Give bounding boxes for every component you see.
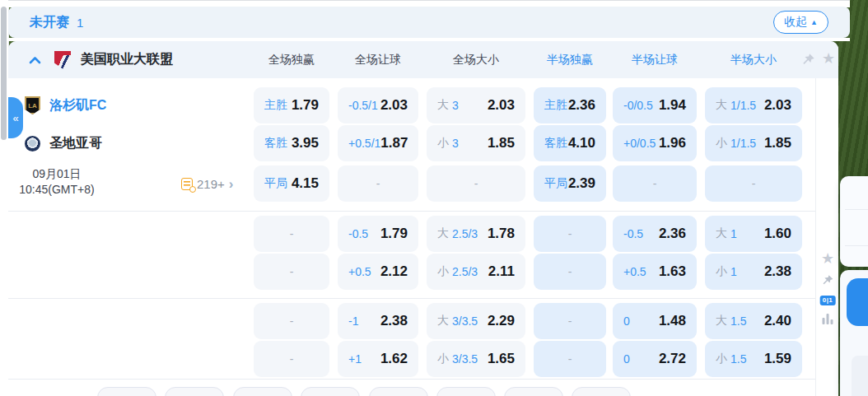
line-value: 平局 (544, 176, 567, 191)
card-divider (845, 209, 868, 210)
card-divider (845, 245, 868, 246)
market-tab-pill[interactable] (436, 387, 496, 396)
line-value: +0.5 (348, 265, 371, 278)
odds-value: 2.03 (380, 97, 408, 114)
odds-cell[interactable]: -0.52.36 (613, 216, 697, 252)
pin-icon[interactable] (822, 274, 834, 287)
odds-cell[interactable]: 01.48 (613, 303, 697, 339)
odds-cell[interactable]: 主胜1.79 (254, 87, 329, 123)
odds-cell[interactable]: +0.51.63 (613, 254, 697, 290)
odds-value: 2.36 (568, 97, 595, 114)
over-under-prefix: 小 (437, 136, 449, 151)
odds-line-label: 小2.5/3 (437, 264, 478, 279)
odds-value: 1.63 (659, 263, 686, 280)
away-team-name[interactable]: 圣地亚哥 (49, 135, 102, 152)
odds-line-label: +0.5/1 (348, 137, 380, 150)
odds-value: 1.62 (380, 351, 408, 367)
odds-cell[interactable]: -0.5/12.03 (338, 87, 418, 123)
stats-icon[interactable] (823, 314, 833, 324)
league-name: 美国职业大联盟 (81, 51, 173, 68)
market-tab-pill[interactable] (233, 387, 292, 396)
odds-value: 2.39 (568, 175, 595, 192)
empty-odds: - (568, 227, 572, 240)
odds-cell[interactable]: 大1/1.52.03 (705, 87, 802, 123)
odds-cell[interactable]: 平局2.39 (534, 165, 606, 202)
odds-cell[interactable]: 大1.52.40 (705, 303, 802, 339)
favorite-star-icon[interactable]: ★ (821, 251, 834, 266)
odds-value: 2.40 (764, 313, 791, 329)
market-tab-pill[interactable] (97, 387, 156, 396)
line-value: 客胜 (544, 136, 567, 151)
odds-line-label: +0.5 (623, 265, 646, 278)
empty-odds: - (568, 352, 572, 366)
odds-cell[interactable]: 大11.60 (705, 216, 802, 252)
over-under-prefix: 大 (437, 98, 449, 113)
home-team-name[interactable]: 洛杉矶FC (49, 97, 106, 114)
odds-cell[interactable]: 大2.5/31.78 (427, 216, 525, 252)
odds-cell[interactable]: 平局4.15 (254, 165, 329, 202)
column-header-ht-1x2: 半场独赢 (547, 53, 593, 68)
odds-line-label: 小3 (437, 136, 459, 151)
odds-cell: - (534, 341, 606, 377)
line-value: 主胜 (544, 98, 567, 113)
quick-action-button[interactable] (847, 278, 868, 326)
pin-icon[interactable] (801, 53, 815, 67)
star-icon[interactable]: ★ (822, 51, 835, 66)
more-markets-link[interactable]: 219+ › (181, 165, 233, 202)
block-divider (8, 298, 815, 299)
odds-cell: - (338, 165, 418, 202)
odds-cell[interactable]: -0.51.79 (338, 216, 418, 252)
odds-line-label: 小1 (716, 264, 737, 279)
double-chevron-left-icon: « (12, 112, 18, 124)
odds-cell[interactable]: +0/0.51.96 (613, 125, 697, 161)
odds-cell[interactable]: 小12.38 (705, 254, 802, 290)
odds-value: 1.60 (764, 226, 791, 242)
odds-cell[interactable]: +0.5/11.87 (338, 125, 418, 161)
block-divider (8, 211, 815, 212)
over-under-prefix: 小 (716, 264, 727, 279)
over-under-prefix: 小 (716, 352, 727, 366)
market-tab-pill[interactable] (572, 387, 631, 396)
collapse-button-label: 收起 (784, 15, 807, 30)
odds-cell[interactable]: 大32.03 (427, 87, 525, 123)
odds-cell[interactable]: 大3/3.52.29 (427, 303, 525, 339)
odds-line-label: 小1.5 (716, 352, 746, 366)
odds-value: 2.12 (380, 263, 408, 280)
odds-cell[interactable]: 小3/3.51.65 (427, 341, 525, 377)
odds-cell[interactable]: +0.52.12 (338, 254, 418, 290)
odds-cell[interactable]: -0/0.51.94 (613, 87, 697, 123)
empty-odds: - (290, 265, 294, 278)
league-header: 美国职业大联盟 全场独赢 全场让球 全场大小 半场独赢 半场让球 半场大小 ★ (8, 41, 838, 78)
markets-count: 219+ (197, 177, 225, 191)
odds-cell[interactable]: 小1.51.59 (705, 341, 802, 377)
odds-cell: - (254, 216, 329, 252)
sidebar-collapse-tab[interactable]: « (8, 97, 23, 138)
league-logo (54, 51, 71, 69)
odds-cell[interactable]: 小31.85 (427, 125, 525, 161)
market-tab-pill[interactable] (504, 387, 563, 396)
chevron-up-icon[interactable] (29, 56, 41, 64)
odds-cell[interactable]: 主胜2.36 (534, 87, 606, 123)
market-tab-pill[interactable] (369, 387, 428, 396)
odds-line-label: 大3/3.5 (437, 314, 478, 328)
collapse-button[interactable]: 收起 ▲ (773, 11, 828, 34)
odds-cell[interactable]: 客胜4.10 (534, 125, 606, 161)
odds-value: 3.95 (292, 135, 319, 151)
line-value: 1/1.5 (730, 137, 756, 150)
corner-score-icon[interactable]: 0|1 (820, 296, 836, 305)
market-tab-pill[interactable] (301, 387, 360, 396)
odds-cell[interactable]: -12.38 (338, 303, 418, 339)
empty-odds: - (653, 177, 657, 190)
odds-cell[interactable]: 小2.5/32.11 (427, 254, 525, 290)
odds-value: 1.94 (659, 97, 686, 114)
market-tab-pill[interactable] (165, 387, 224, 396)
line-value: -0/0.5 (623, 99, 653, 112)
markets-count-icon (181, 178, 193, 190)
odds-cell[interactable]: +11.62 (338, 341, 418, 377)
line-value: 1 (730, 227, 737, 240)
line-value: 3 (452, 99, 459, 112)
odds-cell[interactable]: 客胜3.95 (254, 125, 329, 161)
odds-cell[interactable]: 02.72 (613, 341, 697, 377)
odds-cell[interactable]: 小1/1.51.85 (705, 125, 802, 161)
scrollbar-thumb[interactable] (1, 7, 7, 140)
